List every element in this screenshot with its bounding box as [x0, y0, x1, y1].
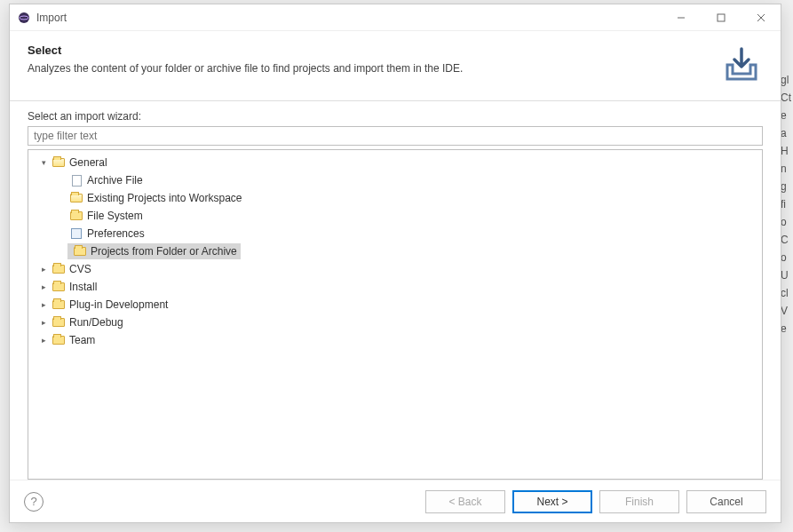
- tree-item[interactable]: ▾General: [28, 154, 762, 171]
- tree-item-label: Projects from Folder or Archive: [91, 245, 237, 258]
- wizard-prompt: Select an import wizard:: [28, 110, 763, 123]
- folder-open-icon: [69, 191, 83, 205]
- tree-item-label: Plug-in Development: [69, 298, 168, 311]
- svg-point-0: [19, 12, 29, 23]
- tree-item[interactable]: ▸Install: [28, 278, 762, 296]
- maximize-button[interactable]: [701, 4, 741, 31]
- help-icon[interactable]: ?: [24, 492, 44, 512]
- window-title: Import: [36, 12, 661, 24]
- chevron-right-icon[interactable]: ▸: [37, 263, 50, 275]
- button-bar: ? < Back Next > Finish Cancel: [10, 480, 781, 522]
- chevron-right-icon: [55, 174, 67, 187]
- filter-input[interactable]: [28, 126, 763, 146]
- minimize-button[interactable]: [661, 4, 701, 31]
- chevron-right-icon: [55, 245, 67, 258]
- chevron-right-icon: [55, 192, 67, 204]
- titlebar: Import: [10, 4, 781, 31]
- window-controls: [661, 4, 781, 31]
- svg-rect-3: [718, 14, 725, 21]
- import-dialog: Import Select Analyzes the content of yo…: [9, 4, 781, 523]
- page-title: Select: [28, 44, 710, 57]
- folder-open-icon: [52, 155, 66, 170]
- page-description: Analyzes the content of your folder or a…: [28, 62, 710, 75]
- background-cropped-text: glCteaHngfioCoUclVe: [781, 71, 793, 337]
- tree-item-label: Install: [69, 281, 97, 293]
- eclipse-icon: [17, 11, 31, 25]
- tree-item[interactable]: ▸Team: [28, 331, 762, 349]
- tree-item-label: Preferences: [87, 227, 145, 240]
- tree-item-label: Existing Projects into Workspace: [87, 192, 242, 204]
- tree-item-label: Team: [69, 334, 95, 346]
- import-icon: [720, 44, 763, 86]
- chevron-right-icon[interactable]: ▸: [37, 281, 50, 293]
- tree-item[interactable]: File System: [28, 207, 762, 225]
- cancel-button[interactable]: Cancel: [686, 490, 766, 513]
- wizard-content: Select an import wizard: ▾GeneralArchive…: [10, 101, 781, 480]
- tree-item-label: CVS: [69, 263, 91, 275]
- tree-item[interactable]: Projects from Folder or Archive: [28, 242, 762, 260]
- folder-icon: [52, 280, 66, 294]
- chevron-down-icon[interactable]: ▾: [37, 156, 50, 169]
- tree-item[interactable]: ▸CVS: [28, 260, 762, 278]
- close-button[interactable]: [741, 4, 781, 31]
- tree-item[interactable]: ▸Run/Debug: [28, 314, 762, 331]
- pref-icon: [69, 226, 83, 241]
- finish-button[interactable]: Finish: [599, 490, 679, 513]
- folder-icon: [52, 333, 66, 347]
- tree-item-label: Run/Debug: [69, 316, 123, 329]
- chevron-right-icon: [55, 210, 67, 222]
- chevron-right-icon[interactable]: ▸: [37, 298, 50, 311]
- chevron-right-icon: [55, 227, 67, 240]
- folder-icon: [73, 244, 87, 258]
- tree-item[interactable]: Preferences: [28, 225, 762, 242]
- folder-icon: [52, 298, 66, 312]
- next-button[interactable]: Next >: [512, 490, 592, 513]
- folder-icon: [69, 209, 83, 223]
- chevron-right-icon[interactable]: ▸: [37, 334, 50, 346]
- chevron-right-icon[interactable]: ▸: [37, 316, 50, 329]
- wizard-tree[interactable]: ▾GeneralArchive FileExisting Projects in…: [28, 149, 763, 480]
- tree-item-label: File System: [87, 210, 143, 222]
- folder-icon: [52, 315, 66, 330]
- back-button[interactable]: < Back: [425, 490, 505, 513]
- tree-item[interactable]: Archive File: [28, 171, 762, 189]
- file-icon: [69, 173, 83, 187]
- folder-icon: [52, 262, 66, 276]
- wizard-header: Select Analyzes the content of your fold…: [10, 31, 781, 101]
- tree-item[interactable]: Existing Projects into Workspace: [28, 189, 762, 207]
- tree-item-label: General: [69, 156, 107, 169]
- tree-item-label: Archive File: [87, 174, 143, 187]
- tree-item[interactable]: ▸Plug-in Development: [28, 296, 762, 314]
